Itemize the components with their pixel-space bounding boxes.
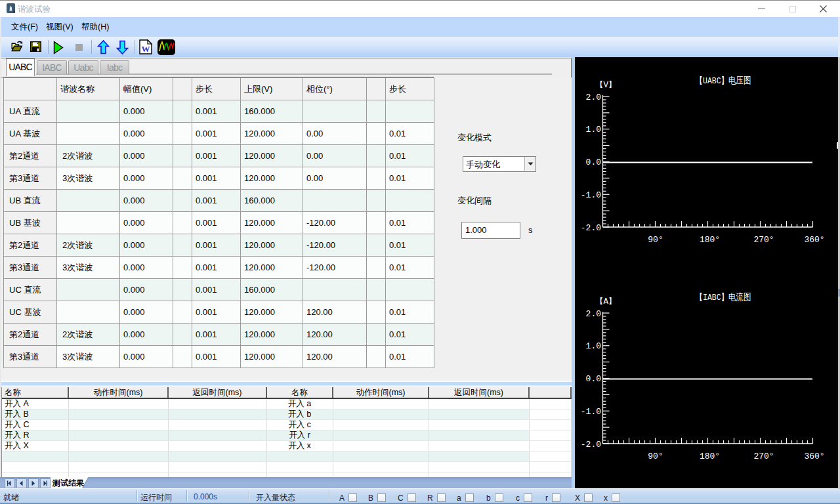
svg-text:W: W — [142, 44, 150, 54]
svg-text:【A】: 【A】 — [595, 297, 617, 306]
svg-text:【V】: 【V】 — [595, 81, 617, 90]
svg-text:-1.0: -1.0 — [581, 190, 601, 200]
svg-text:-1.0: -1.0 — [581, 407, 601, 417]
svg-text:2.0: 2.0 — [586, 93, 601, 102]
svg-text:0.0: 0.0 — [586, 158, 601, 167]
svg-text:360°: 360° — [804, 452, 824, 461]
svg-text:【IABC】电流图: 【IABC】电流图 — [696, 292, 751, 303]
svg-text:90°: 90° — [648, 452, 663, 461]
svg-text:2.0: 2.0 — [586, 309, 601, 319]
svg-text:1.0: 1.0 — [586, 341, 601, 351]
svg-text:180°: 180° — [700, 452, 720, 461]
svg-text:0.0: 0.0 — [586, 374, 601, 384]
svg-text:270°: 270° — [753, 452, 774, 461]
svg-text:90°: 90° — [648, 235, 663, 245]
svg-text:180°: 180° — [700, 235, 720, 245]
svg-text:1.0: 1.0 — [586, 125, 601, 135]
svg-text:270°: 270° — [753, 235, 774, 245]
svg-text:【UABC】电压图: 【UABC】电压图 — [696, 75, 751, 86]
svg-text:-2.0: -2.0 — [581, 223, 601, 233]
svg-text:360°: 360° — [804, 235, 824, 245]
svg-text:测试结果: 测试结果 — [52, 478, 85, 488]
svg-text:-2.0: -2.0 — [581, 440, 601, 450]
